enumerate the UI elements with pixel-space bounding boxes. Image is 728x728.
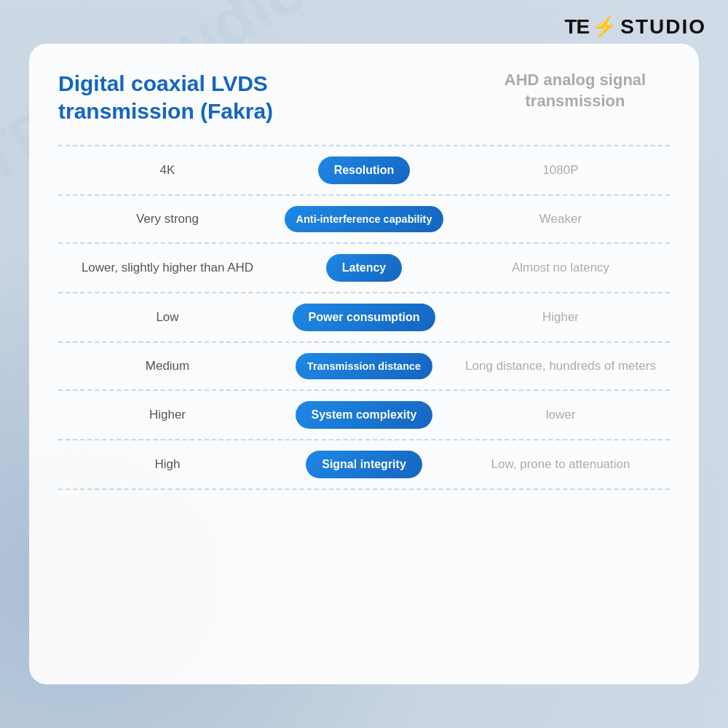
comparison-row: Low Power consumption Higher [58,292,670,341]
center-badge-6: Signal integrity [284,451,444,478]
comparison-row: Medium Transmission distance Long distan… [58,341,670,389]
main-card: Digital coaxial LVDS transmission (Fakra… [29,44,699,684]
comparison-row: 4K Resolution 1080P [58,145,670,194]
right-value-4: Long distance, hundreds of meters [444,358,670,375]
right-value-1: Weaker [444,211,670,228]
badge-3: Power consumption [293,304,436,331]
badge-2: Latency [326,254,402,282]
logo-studio: STUDIO [620,15,706,39]
comparison-row: Very strong Anti-interference capability… [58,194,670,242]
badge-4: Transmission distance [296,353,432,379]
center-badge-4: Transmission distance [284,353,444,379]
left-value-3: Low [58,309,284,326]
logo-te: TE [564,15,589,39]
comparison-row: Higher System complexity lower [58,389,670,439]
left-value-2: Lower, slightly higher than AHD [58,260,284,277]
right-value-2: Almost no latency [444,260,670,277]
center-badge-5: System complexity [284,401,444,429]
header-row: Digital coaxial LVDS transmission (Fakra… [58,70,670,124]
badge-5: System complexity [296,401,433,429]
left-value-0: 4K [58,162,284,179]
badge-1: Anti-interference capability [285,206,444,232]
comparison-row: Lower, slightly higher than AHD Latency … [58,242,670,292]
logo: TE ⚡ STUDIO [564,15,706,39]
left-value-1: Very strong [58,211,284,228]
badge-0: Resolution [318,157,411,184]
center-badge-2: Latency [284,254,444,282]
center-badge-0: Resolution [284,157,444,184]
left-value-6: High [58,456,284,473]
right-value-5: lower [444,407,670,424]
center-badge-1: Anti-interference capability [284,206,444,232]
left-value-4: Medium [58,358,284,375]
comparison-table: 4K Resolution 1080P Very strong Anti-int… [58,145,670,490]
right-title: AHD analog signal transmission [480,70,670,111]
badge-6: Signal integrity [306,451,422,478]
left-title: Digital coaxial LVDS transmission (Fakra… [58,70,335,124]
center-badge-3: Power consumption [284,304,444,331]
right-value-6: Low, prone to attenuation [444,456,670,473]
comparison-row: High Signal integrity Low, prone to atte… [58,439,670,490]
right-value-0: 1080P [444,162,670,179]
left-value-5: Higher [58,407,284,424]
right-value-3: Higher [444,309,670,326]
logo-bolt: ⚡ [592,15,617,39]
